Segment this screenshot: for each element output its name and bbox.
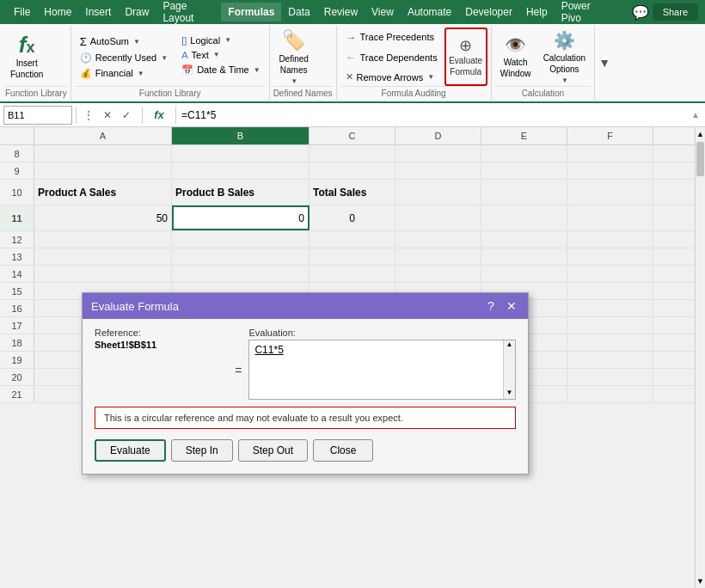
evaluate-formula-button[interactable]: ⊕ EvaluateFormula [444,28,487,86]
row-header-18[interactable]: 18 [0,334,34,351]
col-header-b[interactable]: B [172,127,310,144]
menu-insert[interactable]: Insert [78,3,118,21]
cell-f21[interactable] [567,386,653,402]
cell-e14[interactable] [481,266,567,282]
cell-b8[interactable] [172,145,310,162]
cancel-btn[interactable]: ✕ [99,107,116,124]
vertical-scrollbar[interactable]: ▲ ▼ [695,127,705,588]
watch-window-button[interactable]: 👁️ WatchWindow [495,28,536,86]
cell-e11[interactable] [481,205,567,230]
insert-func-btn[interactable]: fx [146,107,172,124]
col-header-f[interactable]: F [567,127,653,144]
calculation-options-button[interactable]: ⚙️ CalculationOptions ▼ [538,28,591,86]
cell-f8[interactable] [567,145,653,162]
dialog-close-x-button[interactable]: ✕ [504,298,519,314]
dialog-help-button[interactable]: ? [483,298,499,314]
formula-scroll[interactable]: ▲ [691,110,702,119]
cell-b14[interactable] [172,266,310,282]
row-header-19[interactable]: 19 [0,352,34,368]
logical-button[interactable]: [] Logical ▼ [176,34,265,47]
cell-c10[interactable]: Total Sales [310,180,395,205]
row-header-16[interactable]: 16 [0,300,34,316]
step-out-button[interactable]: Step Out [238,439,308,462]
expand-btn[interactable]: ⋮ [80,107,97,124]
scroll-up-btn[interactable]: ▲ [696,127,705,141]
cell-b12[interactable] [172,231,310,248]
row-header-20[interactable]: 20 [0,369,34,385]
row-header-14[interactable]: 14 [0,266,34,282]
cell-f11[interactable] [567,205,653,230]
cell-d11[interactable] [395,205,481,230]
row-header-21[interactable]: 21 [0,386,34,402]
row-header-15[interactable]: 15 [0,283,34,299]
cell-d13[interactable] [395,248,481,265]
cell-e12[interactable] [481,231,567,248]
cell-d10[interactable] [395,180,481,205]
scroll-thumb[interactable] [696,142,704,176]
menu-developer[interactable]: Developer [458,3,519,21]
cell-a10[interactable]: Product A Sales [34,180,172,205]
eval-scroll-up[interactable]: ▲ [504,340,515,351]
cell-b13[interactable] [172,248,310,265]
cell-a11[interactable]: 50 [34,205,172,230]
cell-b10[interactable]: Product B Sales [172,180,310,205]
cell-f9[interactable] [567,162,653,179]
menu-formulas[interactable]: Formulas [221,3,281,21]
eval-scroll-down[interactable]: ▼ [504,389,515,399]
col-header-d[interactable]: D [395,127,481,144]
cell-a9[interactable] [34,162,172,179]
cell-f14[interactable] [567,266,653,282]
cell-d9[interactable] [395,162,481,179]
cell-e8[interactable] [481,145,567,162]
cell-f15[interactable] [567,283,653,299]
scroll-down-btn[interactable]: ▼ [696,574,705,588]
close-button[interactable]: Close [313,439,373,462]
evaluate-button[interactable]: Evaluate [95,439,166,462]
name-box[interactable] [3,106,72,125]
menu-help[interactable]: Help [519,3,555,21]
cell-f20[interactable] [567,369,653,385]
cell-f12[interactable] [567,231,653,248]
menu-review[interactable]: Review [317,3,365,21]
cell-e9[interactable] [481,162,567,179]
remove-arrows-button[interactable]: ✕ Remove Arrows ▼ [340,70,443,84]
cell-d14[interactable] [395,266,481,282]
trace-precedents-button[interactable]: → Trace Precedents [340,29,443,46]
defined-names-button[interactable]: 🏷️ DefinedNames ▼ [273,28,315,86]
cell-e10[interactable] [481,180,567,205]
row-header-13[interactable]: 13 [0,248,34,265]
cell-c14[interactable] [310,266,395,282]
row-header-17[interactable]: 17 [0,317,34,334]
cell-f10[interactable] [567,180,653,205]
trace-dependents-button[interactable]: ← Trace Dependents [340,49,443,65]
row-header-9[interactable]: 9 [0,162,34,179]
menu-automate[interactable]: Automate [401,3,458,21]
row-header-8[interactable]: 8 [0,145,34,162]
col-header-c[interactable]: C [310,127,395,144]
cell-a12[interactable] [34,231,172,248]
cell-f13[interactable] [567,248,653,265]
cell-b11[interactable]: 0 [172,205,310,230]
cell-a13[interactable] [34,248,172,265]
cell-f17[interactable] [567,317,653,334]
cell-c9[interactable] [310,162,395,179]
financial-button[interactable]: 💰 Financial ▼ [75,66,173,81]
cell-d8[interactable] [395,145,481,162]
cell-c11[interactable]: 0 [310,205,395,230]
col-header-e[interactable]: E [481,127,567,144]
cell-d12[interactable] [395,231,481,248]
ribbon-overflow[interactable]: ▼ [595,26,614,100]
step-in-button[interactable]: Step In [171,439,233,462]
menu-data[interactable]: Data [281,3,316,21]
text-button[interactable]: A Text ▼ [176,48,265,62]
col-header-a[interactable]: A [34,127,172,144]
cell-f16[interactable] [567,300,653,316]
share-btn[interactable]: Share [653,3,698,21]
autosum-button[interactable]: Σ AutoSum ▼ [75,34,173,50]
eval-box-scrollbar[interactable]: ▲ ▼ [503,340,515,399]
cell-c12[interactable] [310,231,395,248]
insert-function-button[interactable]: fx InsertFunction [5,28,48,86]
row-header-10[interactable]: 10 [0,180,34,205]
menu-file[interactable]: File [7,3,37,21]
row-header-11[interactable]: 11 [0,205,34,230]
